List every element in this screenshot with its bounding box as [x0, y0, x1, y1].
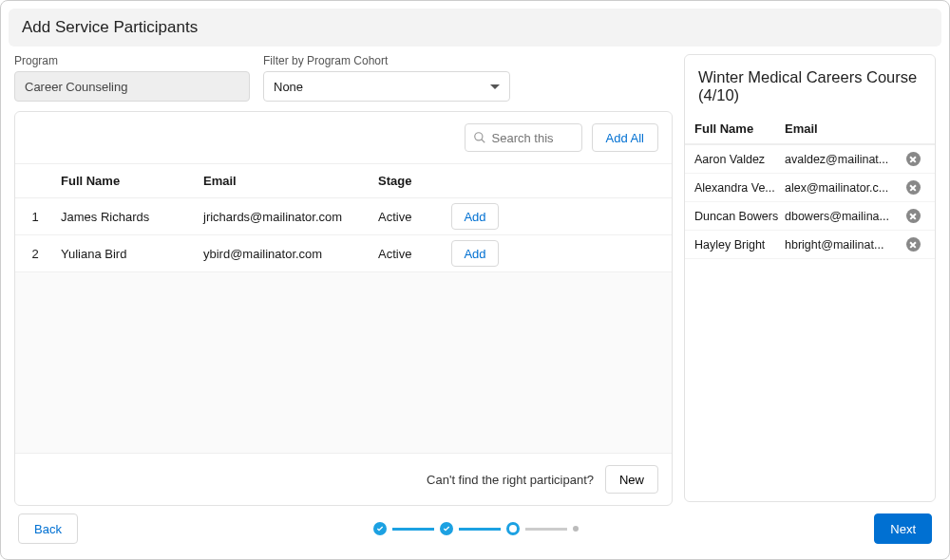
- step-bar: [459, 528, 501, 531]
- step-bar: [392, 528, 434, 531]
- row-number: 2: [15, 247, 55, 261]
- selected-email: hbright@mailinat...: [785, 238, 894, 252]
- footer-prompt: Can't find the right participant?: [427, 473, 594, 487]
- step-bar: [525, 528, 567, 531]
- step-current-icon: [506, 522, 520, 535]
- selected-email: alex@mailinator.c...: [785, 181, 894, 195]
- search-input[interactable]: [492, 131, 574, 145]
- selected-participants-card: Winter Medical Careers Course (4/10) Ful…: [684, 54, 936, 502]
- row-name: Yuliana Bird: [55, 247, 203, 261]
- search-input-wrapper[interactable]: [465, 123, 582, 152]
- add-button[interactable]: Add: [451, 203, 498, 230]
- row-email: ybird@mailinator.com: [203, 247, 378, 261]
- chevron-down-icon: [490, 84, 500, 89]
- add-button[interactable]: Add: [451, 240, 498, 267]
- col-header-stage: Stage: [378, 174, 445, 188]
- program-input[interactable]: [14, 71, 250, 102]
- program-label: Program: [14, 54, 250, 67]
- selected-title: Winter Medical Careers Course (4/10): [685, 55, 935, 114]
- step-complete-icon: [440, 522, 453, 535]
- back-button[interactable]: Back: [18, 513, 78, 544]
- selected-email: dbowers@mailina...: [785, 210, 894, 223]
- table-row: 2 Yuliana Bird ybird@mailinator.com Acti…: [15, 235, 672, 272]
- selected-name: Alexandra Ve...: [685, 181, 785, 195]
- selected-email: avaldez@mailinat...: [785, 153, 894, 166]
- search-icon: [473, 131, 486, 144]
- remove-icon[interactable]: [906, 180, 921, 195]
- selected-row: Hayley Bright hbright@mailinat...: [685, 231, 935, 259]
- new-button[interactable]: New: [605, 465, 658, 494]
- step-complete-icon: [373, 522, 387, 535]
- row-email: jrichards@mailinator.com: [203, 210, 378, 224]
- remove-icon[interactable]: [906, 237, 921, 252]
- table-row: 1 James Richards jrichards@mailinator.co…: [15, 198, 672, 235]
- cohort-value: None: [274, 80, 303, 94]
- progress-stepper: [78, 522, 874, 535]
- cohort-select[interactable]: None: [263, 71, 510, 102]
- selected-row: Duncan Bowers dbowers@mailina...: [685, 202, 935, 231]
- col-header-name: Full Name: [55, 174, 203, 188]
- selected-name: Hayley Bright: [685, 238, 785, 252]
- selected-col-email: Email: [785, 121, 894, 136]
- svg-line-1: [481, 140, 484, 143]
- remove-icon[interactable]: [906, 152, 921, 166]
- cohort-label: Filter by Program Cohort: [263, 54, 510, 67]
- available-participants-card: Add All Full Name Email Stage 1 James Ri…: [14, 111, 673, 506]
- table-header: Full Name Email Stage: [15, 163, 672, 198]
- next-button[interactable]: Next: [874, 513, 932, 544]
- add-all-button[interactable]: Add All: [592, 123, 658, 152]
- remove-icon[interactable]: [906, 209, 921, 223]
- row-stage: Active: [378, 247, 445, 261]
- selected-row: Aaron Valdez avaldez@mailinat...: [685, 145, 935, 174]
- selected-col-name: Full Name: [685, 121, 785, 136]
- selected-name: Aaron Valdez: [685, 153, 785, 166]
- selected-name: Duncan Bowers: [685, 210, 785, 223]
- row-number: 1: [15, 210, 55, 224]
- svg-point-0: [474, 133, 482, 140]
- row-stage: Active: [378, 210, 445, 224]
- step-pending-icon: [573, 526, 579, 532]
- page-title: Add Service Participants: [9, 9, 941, 47]
- col-header-email: Email: [203, 174, 378, 188]
- selected-row: Alexandra Ve... alex@mailinator.c...: [685, 174, 935, 202]
- row-name: James Richards: [55, 210, 203, 224]
